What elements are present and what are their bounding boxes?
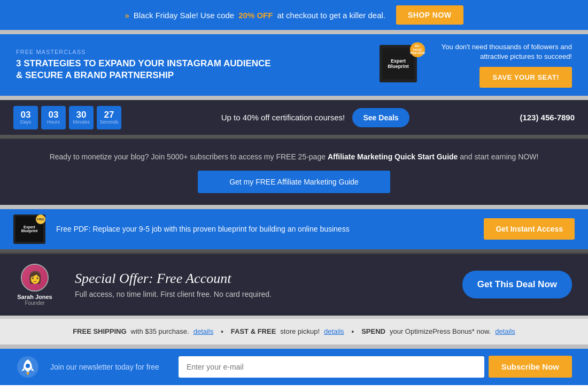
affiliate-button[interactable]: Get my FREE Affiliate Marketing Guide — [198, 171, 390, 193]
shipping-bar: FREE SHIPPING with $35 purchase. details… — [0, 319, 588, 344]
separator-7 — [0, 344, 588, 349]
countdown-bar: 03 Days 03 Hours 30 Minutes 27 Seconds U… — [0, 100, 588, 135]
separator-1 — [0, 30, 588, 34]
pdf-badge: FREE — [36, 214, 45, 224]
offer-title: Special Offer: Free Account — [75, 271, 441, 287]
subscribe-button[interactable]: Subscribe Now — [489, 356, 572, 378]
shipping-bold-3: SPEND — [361, 327, 385, 335]
chevrons-icon: » — [125, 11, 129, 20]
shipping-bold-2: FAST & FREE — [231, 327, 276, 335]
days-value: 03 — [21, 110, 31, 119]
masterclass-bar: FREE MASTERCLASS 3 STRATEGIES TO EXPAND … — [0, 34, 588, 96]
avatar: 👩 — [21, 264, 49, 292]
see-deals-button[interactable]: See Deals — [352, 108, 409, 127]
blackfriday-bar: » Black Friday Sale! Use code 20% OFF at… — [0, 0, 588, 30]
seconds-label: Seconds — [99, 119, 118, 125]
countdown-seconds: 27 Seconds — [97, 106, 121, 129]
separator-4 — [0, 205, 588, 209]
book-title: Expert Blueprint — [382, 58, 414, 69]
affiliate-bar: Ready to monetize your blog? Join 5000+ … — [0, 138, 588, 204]
person-role: Founder — [25, 300, 44, 306]
countdown-phone: (123) 456-7890 — [520, 113, 575, 122]
pb-title: Expert Blueprint — [16, 225, 43, 233]
affiliate-before: Ready to monetize your blog? Join 5000+ … — [50, 152, 328, 161]
affiliate-bold: Affiliate Marketing Quick Start Guide — [328, 152, 458, 161]
countdown-middle: Up to 40% off certification courses! See… — [129, 108, 501, 127]
shipping-link-2[interactable]: details — [324, 327, 344, 335]
shipping-bold-1: FREE SHIPPING — [73, 327, 126, 335]
minutes-label: Minutes — [73, 119, 90, 125]
masterclass-title: 3 STRATEGIES TO EXPAND YOUR INSTAGRAM AU… — [16, 58, 369, 81]
pdf-book: Expert Blueprint FREE — [13, 214, 45, 244]
masterclass-book: Expert Blueprint 80+PAGEPREVIEW — [380, 45, 422, 85]
minutes-value: 30 — [76, 110, 87, 119]
instant-access-button[interactable]: Get Instant Access — [484, 218, 575, 240]
hours-label: Hours — [47, 119, 60, 125]
svg-point-1 — [26, 364, 30, 368]
person-name: Sarah Jones — [17, 294, 52, 300]
countdown-hours: 03 Hours — [41, 106, 66, 129]
shipping-link-1[interactable]: details — [194, 327, 214, 335]
newsletter-bar: Join our newsletter today for free Subsc… — [0, 349, 588, 385]
bf-suffix: at checkout to get a killer deal. — [277, 11, 385, 20]
offer-subtitle: Full access, no time limit. First client… — [75, 290, 441, 298]
rocket-icon — [17, 356, 38, 378]
masterclass-right: You don't need thousands of followers an… — [433, 42, 572, 88]
bf-code: 20% OFF — [238, 11, 273, 20]
shipping-link-3[interactable]: details — [495, 327, 515, 335]
newsletter-text: Join our newsletter today for free — [50, 363, 168, 371]
pdf-bar: Expert Blueprint FREE Free PDF: Replace … — [0, 209, 588, 249]
get-deal-button[interactable]: Get This Deal Now — [462, 271, 572, 298]
shipping-text-3: your OptimizePress Bonus* now. — [390, 327, 491, 335]
bf-label: Black Friday Sale! Use code — [134, 11, 234, 20]
offer-bar: 👩 Sarah Jones Founder Special Offer: Fre… — [0, 252, 588, 316]
blackfriday-text: » Black Friday Sale! Use code 20% OFF at… — [125, 11, 385, 20]
days-label: Days — [20, 119, 32, 125]
masterclass-tagline: You don't need thousands of followers an… — [442, 42, 572, 62]
email-input[interactable] — [179, 356, 484, 378]
avatar-image: 👩 — [22, 265, 48, 290]
hours-value: 03 — [49, 110, 59, 119]
shop-now-button[interactable]: SHOP NOW — [396, 5, 463, 25]
shipping-text-2: store pickup! — [280, 327, 320, 335]
save-seat-button[interactable]: SAVE YOUR SEAT! — [479, 67, 572, 88]
affiliate-text: Ready to monetize your blog? Join 5000+ … — [16, 151, 572, 163]
countdown-minutes: 30 Minutes — [69, 106, 94, 129]
pdf-text: Free PDF: Replace your 9-5 job with this… — [56, 225, 473, 233]
countdown-days: 03 Days — [13, 106, 38, 129]
masterclass-text-area: FREE MASTERCLASS 3 STRATEGIES TO EXPAND … — [16, 49, 369, 81]
shipping-text-1: with $35 purchase. — [131, 327, 189, 335]
newsletter-logo — [16, 355, 40, 379]
separator-2 — [0, 96, 588, 100]
offer-content: Special Offer: Free Account Full access,… — [64, 271, 452, 298]
affiliate-after: and start earning NOW! — [458, 152, 538, 161]
book-badge: 80+PAGEPREVIEW — [410, 42, 425, 57]
bullet-2: • — [352, 327, 354, 335]
masterclass-label: FREE MASTERCLASS — [16, 49, 369, 55]
countdown-boxes: 03 Days 03 Hours 30 Minutes 27 Seconds — [13, 106, 121, 129]
newsletter-form: Subscribe Now — [179, 356, 572, 378]
seconds-value: 27 — [104, 110, 114, 119]
bullet-1: • — [221, 327, 223, 335]
countdown-text: Up to 40% off certification courses! — [221, 113, 345, 122]
book-inner: Expert Blueprint — [382, 48, 414, 79]
offer-person: 👩 Sarah Jones Founder — [16, 264, 53, 306]
